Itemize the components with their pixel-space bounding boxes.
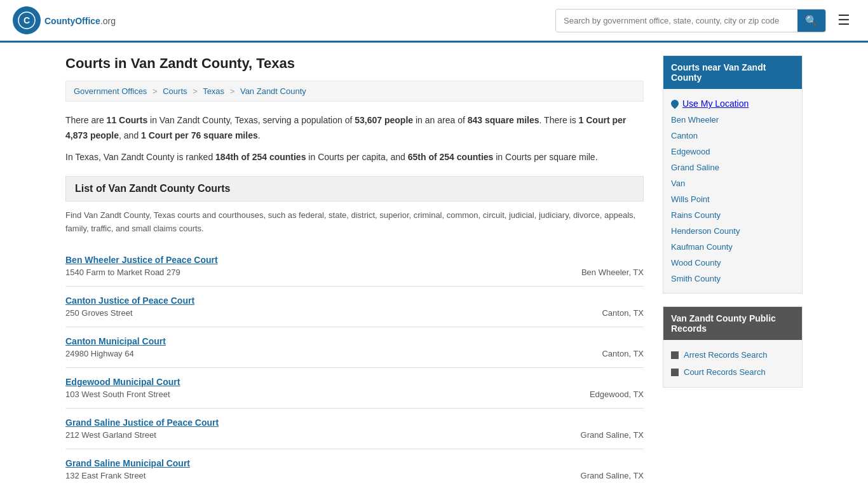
list-section-header: List of Van Zandt County Courts [65, 176, 644, 201]
arrest-icon [671, 351, 679, 359]
use-my-location[interactable]: Use My Location [671, 95, 794, 112]
court-name-link[interactable]: Grand Saline Municipal Court [65, 458, 644, 468]
court-city: Edgewood, TX [590, 390, 644, 399]
sidebar-city-item: Canton [671, 128, 794, 144]
sidebar-county-link[interactable]: Kaufman County [671, 242, 733, 252]
sidebar-city-link[interactable]: Ben Wheeler [671, 115, 719, 125]
stats-paragraph-1: There are 11 Courts in Van Zandt County,… [65, 113, 644, 144]
sidebar-county-item: Henderson County [671, 223, 794, 239]
court-city: Canton, TX [602, 349, 644, 358]
main-container: Courts in Van Zandt County, Texas Govern… [53, 43, 815, 488]
court-records-link[interactable]: Court Records Search [684, 367, 766, 377]
court-city: Grand Saline, TX [581, 471, 644, 480]
section-description: Find Van Zandt County, Texas courts and … [65, 209, 644, 236]
breadcrumb-texas[interactable]: Texas [203, 86, 224, 96]
court-item: Ben Wheeler Justice of Peace Court 1540 … [65, 246, 644, 287]
sidebar-county-item: Smith County [671, 271, 794, 287]
sidebar-city-item: Van [671, 175, 794, 191]
header: C CountyOffice.org 🔍 ☰ [0, 0, 868, 43]
court-address: 1540 Farm to Market Road 279 [65, 268, 180, 277]
sidebar-county-link[interactable]: Wood County [671, 258, 721, 268]
sidebar-county-link[interactable]: Smith County [671, 274, 721, 283]
nearby-courts-section: Courts near Van Zandt County Use My Loca… [663, 55, 803, 294]
header-right: 🔍 ☰ [555, 9, 855, 32]
sidebar-city-link[interactable]: Edgewood [671, 147, 710, 156]
location-icon [670, 98, 681, 109]
sidebar-city-item: Ben Wheeler [671, 112, 794, 128]
sidebar-city-link[interactable]: Grand Saline [671, 163, 719, 172]
sidebar-city-item: Grand Saline [671, 159, 794, 175]
arrest-records-item: Arrest Records Search [671, 346, 794, 363]
nearby-courts-header: Courts near Van Zandt County [663, 56, 802, 89]
sidebar-city-link[interactable]: Van [671, 179, 685, 188]
sidebar-county-item: Rains County [671, 207, 794, 223]
court-item: Grand Saline Justice of Peace Court 212 … [65, 409, 644, 449]
breadcrumb-courts[interactable]: Courts [163, 86, 187, 96]
logo-icon: C [13, 6, 41, 34]
court-item: Canton Municipal Court 24980 Highway 64 … [65, 327, 644, 368]
court-item: Edgewood Municipal Court 103 West South … [65, 368, 644, 409]
sidebar-county-link[interactable]: Henderson County [671, 226, 740, 236]
search-bar: 🔍 [555, 9, 826, 32]
public-records-header: Van Zandt County Public Records [663, 307, 802, 340]
court-city: Canton, TX [602, 308, 644, 318]
page-title: Courts in Van Zandt County, Texas [65, 55, 644, 72]
court-name-link[interactable]: Canton Municipal Court [65, 336, 644, 346]
court-city: Grand Saline, TX [581, 430, 644, 440]
sidebar: Courts near Van Zandt County Use My Loca… [663, 55, 803, 488]
sidebar-county-item: Wood County [671, 255, 794, 271]
court-name-link[interactable]: Ben Wheeler Justice of Peace Court [65, 255, 644, 265]
content-area: Courts in Van Zandt County, Texas Govern… [65, 55, 644, 488]
arrest-records-link[interactable]: Arrest Records Search [684, 350, 768, 360]
sidebar-county-item: Kaufman County [671, 239, 794, 255]
stats-paragraph-2: In Texas, Van Zandt County is ranked 184… [65, 150, 644, 165]
svg-text:C: C [24, 15, 30, 25]
court-address: 250 Groves Street [65, 308, 133, 318]
court-name-link[interactable]: Grand Saline Justice of Peace Court [65, 417, 644, 428]
public-records-section: Van Zandt County Public Records Arrest R… [663, 306, 803, 388]
court-name-link[interactable]: Edgewood Municipal Court [65, 377, 644, 387]
courts-list: Ben Wheeler Justice of Peace Court 1540 … [65, 246, 644, 488]
court-address: 24980 Highway 64 [65, 349, 134, 358]
breadcrumb-van-zandt[interactable]: Van Zandt County [240, 86, 306, 96]
court-city: Ben Wheeler, TX [581, 268, 644, 277]
sidebar-city-link[interactable]: Wills Point [671, 194, 710, 204]
court-records-icon [671, 369, 679, 376]
sidebar-city-item: Wills Point [671, 191, 794, 207]
sidebar-city-link[interactable]: Canton [671, 131, 698, 140]
public-records-content: Arrest Records Search Court Records Sear… [663, 340, 802, 387]
logo-text: CountyOffice.org [44, 14, 116, 27]
search-input[interactable] [556, 11, 797, 30]
breadcrumb: Government Offices > Courts > Texas > Va… [65, 81, 644, 102]
court-address: 132 East Frank Street [65, 471, 146, 480]
breadcrumb-gov-offices[interactable]: Government Offices [74, 86, 147, 96]
use-location-link[interactable]: Use My Location [682, 98, 749, 109]
sidebar-city-item: Edgewood [671, 144, 794, 159]
court-item: Grand Saline Municipal Court 132 East Fr… [65, 449, 644, 488]
logo-area[interactable]: C CountyOffice.org [13, 6, 116, 34]
sidebar-county-link[interactable]: Rains County [671, 210, 721, 220]
sidebar-counties: Rains CountyHenderson CountyKaufman Coun… [671, 207, 794, 287]
court-address: 103 West South Front Street [65, 390, 170, 399]
search-button[interactable]: 🔍 [797, 10, 825, 32]
court-name-link[interactable]: Canton Justice of Peace Court [65, 295, 644, 306]
court-address: 212 West Garland Street [65, 430, 156, 440]
menu-button[interactable]: ☰ [832, 10, 855, 31]
court-item: Canton Justice of Peace Court 250 Groves… [65, 287, 644, 327]
sidebar-cities: Ben WheelerCantonEdgewoodGrand SalineVan… [671, 112, 794, 207]
court-records-item: Court Records Search [671, 363, 794, 381]
nearby-courts-content: Use My Location Ben WheelerCantonEdgewoo… [663, 89, 802, 293]
